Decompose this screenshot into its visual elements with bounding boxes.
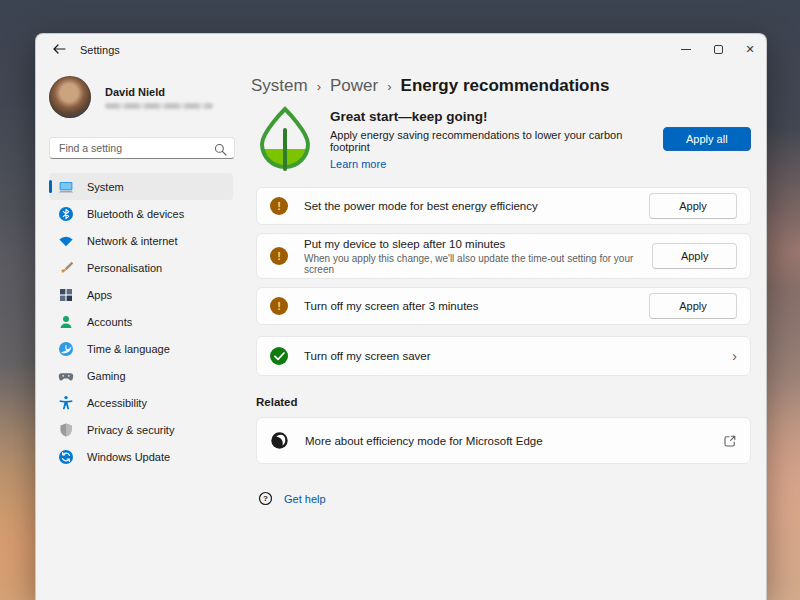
bluetooth-icon bbox=[58, 206, 74, 222]
titlebar: Settings ✕ bbox=[36, 34, 766, 66]
leaf-icon bbox=[259, 106, 311, 172]
related-heading: Related bbox=[256, 396, 751, 408]
sidebar-item-personalisation[interactable]: Personalisation bbox=[49, 254, 233, 281]
gamepad-icon bbox=[58, 368, 74, 384]
window-title: Settings bbox=[80, 44, 120, 56]
window-controls: ✕ bbox=[670, 34, 766, 64]
get-help-link[interactable]: Get help bbox=[284, 493, 326, 505]
card-subtitle: When you apply this change, we'll also u… bbox=[304, 253, 652, 275]
sidebar-item-windows-update[interactable]: Windows Update bbox=[49, 443, 233, 470]
card-title: Turn off my screen saver bbox=[304, 350, 431, 362]
learn-more-link[interactable]: Learn more bbox=[330, 158, 663, 170]
sidebar: David Nield System Bluetooth & devi bbox=[36, 66, 251, 600]
edge-efficiency-icon bbox=[270, 431, 289, 450]
help-question-icon: ? bbox=[258, 491, 273, 506]
banner-description: Apply energy saving recommendations to l… bbox=[330, 129, 663, 153]
related-list: More about efficiency mode for Microsoft… bbox=[256, 417, 751, 464]
accounts-person-icon bbox=[58, 314, 74, 330]
sidebar-item-label: Bluetooth & devices bbox=[87, 208, 184, 220]
card-title: Set the power mode for best energy effic… bbox=[304, 200, 538, 212]
minimize-icon bbox=[681, 49, 691, 50]
accessibility-person-icon bbox=[58, 395, 74, 411]
sidebar-item-privacy[interactable]: Privacy & security bbox=[49, 416, 233, 443]
apply-all-button[interactable]: Apply all bbox=[663, 127, 751, 151]
apply-button[interactable]: Apply bbox=[652, 243, 737, 269]
breadcrumb: System › Power › Energy recommendations bbox=[251, 76, 751, 96]
apply-button[interactable]: Apply bbox=[649, 193, 737, 219]
back-arrow-icon bbox=[52, 41, 66, 59]
svg-text:?: ? bbox=[263, 494, 268, 503]
maximize-button[interactable] bbox=[702, 34, 734, 64]
breadcrumb-system[interactable]: System bbox=[251, 76, 308, 96]
card-title: Put my device to sleep after 10 minutes bbox=[304, 238, 652, 250]
wifi-icon bbox=[58, 233, 74, 249]
back-button[interactable] bbox=[44, 37, 74, 63]
sidebar-item-label: Personalisation bbox=[87, 262, 162, 274]
profile-email-blurred bbox=[105, 103, 213, 109]
sidebar-item-time-language[interactable]: Time & language bbox=[49, 335, 233, 362]
search-icon bbox=[214, 142, 227, 160]
user-profile[interactable]: David Nield bbox=[49, 69, 251, 125]
recommendation-card-screen-saver[interactable]: Turn off my screen saver › bbox=[256, 336, 751, 376]
minimize-button[interactable] bbox=[670, 34, 702, 64]
sidebar-item-label: Windows Update bbox=[87, 451, 170, 463]
recommendation-card-screen-off: ! Turn off my screen after 3 minutes App… bbox=[256, 287, 751, 325]
sidebar-item-label: Network & internet bbox=[87, 235, 177, 247]
maximize-icon bbox=[714, 45, 723, 54]
banner-title: Great start—keep going! bbox=[330, 109, 663, 124]
recommendation-card-sleep: ! Put my device to sleep after 10 minute… bbox=[256, 233, 751, 279]
energy-banner: Great start—keep going! Apply energy sav… bbox=[259, 106, 751, 172]
sidebar-item-accessibility[interactable]: Accessibility bbox=[49, 389, 233, 416]
sidebar-item-bluetooth[interactable]: Bluetooth & devices bbox=[49, 200, 233, 227]
time-language-icon bbox=[58, 341, 74, 357]
get-help-row: ? Get help bbox=[258, 491, 751, 506]
related-card-edge-efficiency[interactable]: More about efficiency mode for Microsoft… bbox=[256, 417, 751, 464]
search-box bbox=[49, 137, 235, 159]
profile-name: David Nield bbox=[105, 86, 213, 98]
sidebar-item-accounts[interactable]: Accounts bbox=[49, 308, 233, 335]
shield-icon bbox=[58, 422, 74, 438]
sidebar-item-system[interactable]: System bbox=[49, 173, 233, 200]
update-icon bbox=[58, 449, 74, 465]
apps-icon bbox=[58, 287, 74, 303]
external-link-icon bbox=[723, 434, 737, 448]
sidebar-item-label: Privacy & security bbox=[87, 424, 174, 436]
apply-button[interactable]: Apply bbox=[649, 293, 737, 319]
breadcrumb-separator: › bbox=[387, 78, 391, 94]
sidebar-item-label: System bbox=[87, 181, 124, 193]
paintbrush-icon bbox=[58, 260, 74, 276]
close-button[interactable]: ✕ bbox=[734, 34, 766, 64]
avatar bbox=[49, 76, 91, 118]
settings-window: Settings ✕ David Nield bbox=[35, 33, 767, 600]
breadcrumb-power[interactable]: Power bbox=[330, 76, 378, 96]
recommendation-list: ! Set the power mode for best energy eff… bbox=[256, 187, 751, 376]
sidebar-item-label: Accessibility bbox=[87, 397, 147, 409]
chevron-right-icon: › bbox=[732, 348, 737, 365]
warning-icon: ! bbox=[270, 197, 288, 215]
sidebar-item-label: Accounts bbox=[87, 316, 132, 328]
breadcrumb-separator: › bbox=[317, 78, 321, 94]
search-input[interactable] bbox=[50, 142, 206, 154]
warning-icon: ! bbox=[270, 247, 288, 265]
card-title: More about efficiency mode for Microsoft… bbox=[305, 435, 543, 447]
sidebar-item-label: Time & language bbox=[87, 343, 170, 355]
system-icon bbox=[58, 179, 74, 195]
sidebar-nav: System Bluetooth & devices Network & int… bbox=[49, 173, 251, 470]
sidebar-item-label: Gaming bbox=[87, 370, 126, 382]
sidebar-item-label: Apps bbox=[87, 289, 112, 301]
main-content: System › Power › Energy recommendations … bbox=[251, 64, 751, 600]
recommendation-card-power-mode: ! Set the power mode for best energy eff… bbox=[256, 187, 751, 225]
sidebar-item-apps[interactable]: Apps bbox=[49, 281, 233, 308]
success-check-icon bbox=[270, 347, 288, 365]
page-title: Energy recommendations bbox=[401, 76, 610, 96]
card-title: Turn off my screen after 3 minutes bbox=[304, 300, 479, 312]
sidebar-item-network[interactable]: Network & internet bbox=[49, 227, 233, 254]
sidebar-item-gaming[interactable]: Gaming bbox=[49, 362, 233, 389]
warning-icon: ! bbox=[270, 297, 288, 315]
close-icon: ✕ bbox=[745, 44, 754, 55]
